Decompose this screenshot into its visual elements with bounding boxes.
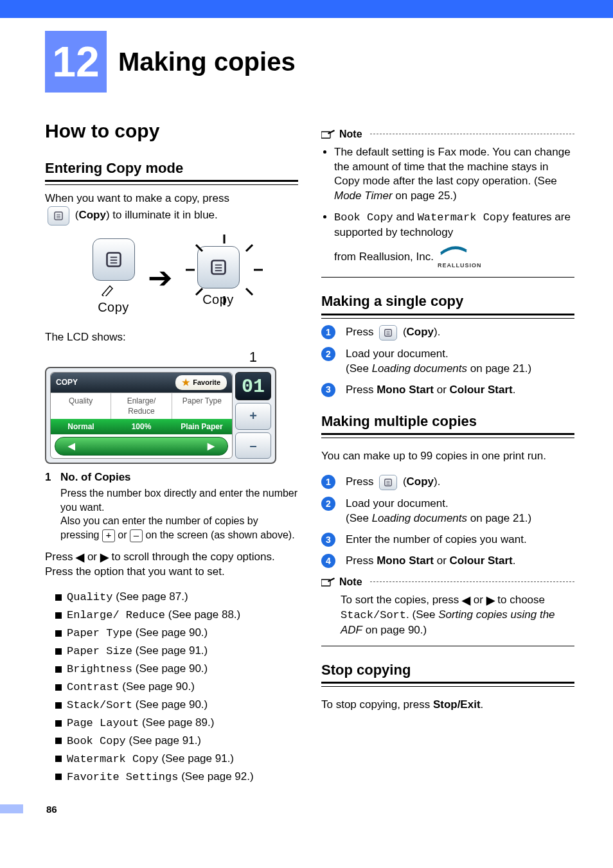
paragraph: The LCD shows: (45, 330, 298, 345)
options-list: Quality (See page 87.) Enlarge/ Reduce (… (45, 590, 298, 784)
callout-number: 1 (45, 348, 257, 367)
text-mono: Watermark Copy (418, 211, 510, 224)
option-name: Paper Type (67, 627, 132, 639)
text: or (115, 529, 130, 540)
text: ( (400, 326, 406, 338)
note-label: Note (339, 127, 362, 141)
header-bar (0, 0, 613, 18)
bullet-icon (55, 684, 62, 691)
text: The default setting is Fax mode. You can… (334, 146, 571, 188)
list-item: Page Layout (See page 89.) (55, 716, 298, 731)
step-number: 2 (321, 497, 335, 511)
option-name: Stack/Sort (67, 699, 132, 711)
text: ( (400, 476, 406, 488)
step-3: 3 Press Mono Start or Colour Start. (321, 383, 574, 398)
text: Colour Start (450, 554, 513, 567)
copy-panel-icon (379, 475, 397, 490)
subsection-stop-copying: Stop copying (321, 660, 574, 680)
illustration-copy-buttons: Copy ➔ (45, 235, 298, 320)
list-item: Book Copy and Watermark Copy features ar… (334, 210, 574, 269)
separator (321, 277, 574, 278)
section-how-to-copy: How to copy (45, 118, 298, 145)
option-ref: (See page 91.) (126, 734, 201, 747)
copy-panel-icon (48, 206, 69, 226)
list-item: Contrast (See page 90.) (55, 680, 298, 695)
dash-line (370, 581, 574, 582)
step-number: 1 (321, 325, 335, 339)
option-name: Favorite Settings (67, 771, 178, 783)
subsection-single-copy: Making a single copy (321, 292, 574, 311)
step-number: 3 (321, 533, 335, 547)
minus-icon: – (130, 529, 143, 542)
svg-line-15 (246, 288, 253, 295)
list-item: Paper Type (See page 90.) (55, 626, 298, 641)
separator (321, 646, 574, 646)
option-name: Brightness (67, 663, 132, 675)
text: Load your document. (346, 348, 449, 360)
text: on page 21.) (467, 362, 531, 375)
paragraph: You can make up to 99 copies in one prin… (321, 449, 574, 464)
text: Press (346, 476, 377, 488)
step-number: 2 (321, 347, 335, 361)
bullet-icon (55, 648, 62, 655)
arrow-right-icon: ▶ (208, 440, 215, 452)
text: on the screen (as shown above). (143, 529, 295, 540)
definition-row: 1 No. of Copies (45, 470, 298, 485)
text-italic: Mode Timer (334, 190, 393, 202)
text: . (513, 384, 516, 396)
arrow-right-icon: ▶ (100, 551, 109, 565)
bullet-icon (55, 756, 62, 762)
lcd-title: COPY (56, 377, 78, 387)
step-2: 2 Load your document. (See Loading docum… (321, 497, 574, 526)
step-4: 4 Press Mono Start or Colour Start. (321, 554, 574, 569)
option-name: Page Layout (67, 717, 139, 729)
pencil-icon (321, 577, 335, 587)
list-item: Enlarge/ Reduce (See page 88.) (55, 608, 298, 623)
rule (321, 682, 574, 687)
list-item: Favorite Settings (See page 92.) (55, 770, 298, 785)
arrow-right-icon: ➔ (148, 258, 173, 297)
option-name: Contrast (67, 681, 120, 693)
text: Press (45, 551, 76, 563)
text: Enter the number of copies you want. (346, 533, 527, 547)
def-body: Press the number box directly and enter … (60, 486, 298, 514)
text: . (See (406, 608, 438, 621)
page-number: 86 (46, 803, 57, 813)
plus-icon: + (102, 529, 115, 542)
text: on page 90.) (362, 624, 427, 636)
lcd-header-cell: Enlarge/ Reduce (111, 393, 172, 419)
note-header: Note (321, 127, 574, 141)
text: on page 25.) (393, 190, 457, 202)
press-hand-icon (101, 283, 127, 296)
text: Press (346, 326, 377, 338)
rule (321, 314, 574, 319)
bullet-icon (55, 612, 62, 619)
option-ref: (See page 91.) (159, 752, 234, 765)
option-ref: (See page 91.) (132, 644, 208, 657)
text: To stop copying, press (321, 698, 433, 711)
option-ref: (See page 88.) (165, 608, 240, 621)
text-italic: Loading documents (372, 362, 467, 375)
list-item: Quality (See page 87.) (55, 590, 298, 605)
bullet-icon (55, 720, 62, 727)
text: (See (346, 362, 372, 375)
text: Stop/Exit (433, 698, 481, 711)
copy-panel-icon (379, 325, 397, 341)
option-ref: (See page 90.) (132, 662, 208, 675)
step-number: 1 (321, 475, 335, 489)
lcd-screenshot: 1 COPY ★ Favorite Quality Enlarge/ Re (45, 348, 276, 464)
chapter-heading: 12 Making copies (45, 31, 574, 93)
rule (321, 433, 574, 438)
option-ref: (See page 90.) (120, 680, 195, 693)
chapter-title: Making copies (118, 44, 296, 79)
lcd-header-cell: Quality (51, 393, 111, 419)
bullet-icon (55, 594, 62, 601)
rule (45, 180, 298, 185)
option-ref: (See page 90.) (132, 626, 208, 639)
note-label: Note (339, 575, 362, 589)
arrow-left-icon: ◀ (462, 594, 470, 608)
reallusion-logo: REALLUSION (438, 245, 482, 269)
arrow-right-icon: ▶ (486, 594, 495, 608)
logo-text: REALLUSION (438, 261, 482, 269)
lcd-header-cell: Paper Type (172, 393, 232, 419)
